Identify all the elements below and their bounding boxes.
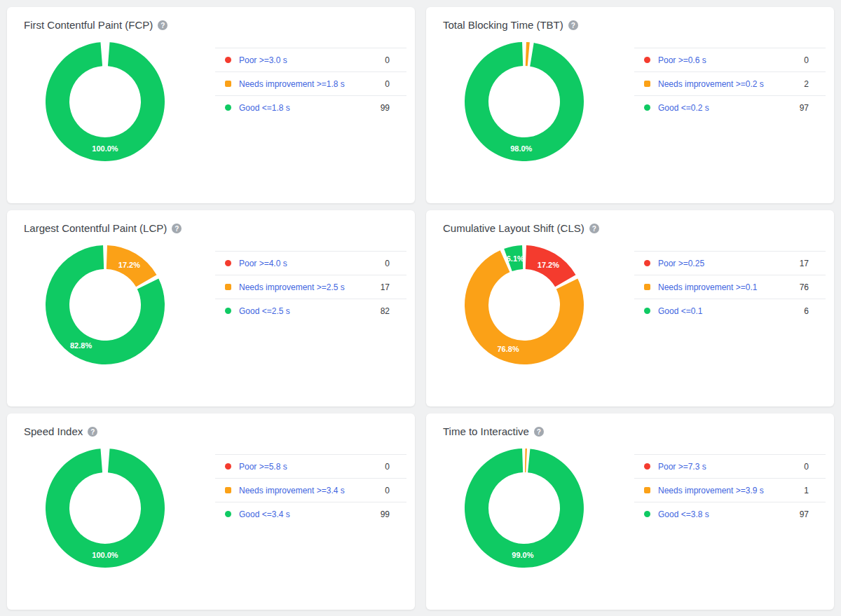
donut-svg: 17.2%76.8%6.1% xyxy=(454,235,594,375)
legend-marker-icon xyxy=(225,463,231,470)
donut-slice-good[interactable] xyxy=(465,449,584,568)
metric-card: Time to Interactive ? 99.0% Poor >=7.3 s… xyxy=(426,413,834,610)
legend-row-good[interactable]: Good <=3.4 s 99 xyxy=(215,502,406,526)
help-icon[interactable]: ? xyxy=(88,427,97,437)
donut-slice-good[interactable] xyxy=(465,42,584,161)
legend-marker-icon xyxy=(225,104,231,111)
legend-label: Good <=3.8 s xyxy=(658,509,800,519)
card-header: First Contentful Paint (FCP) ? xyxy=(24,19,167,32)
legend-marker-icon xyxy=(225,487,231,493)
donut-percent-label: 6.1% xyxy=(507,254,524,263)
card-header: Total Blocking Time (TBT) ? xyxy=(443,19,578,32)
donut-chart: 99.0% xyxy=(454,438,594,578)
card-header: Speed Index ? xyxy=(24,425,97,438)
legend-row-needs_improvement[interactable]: Needs improvement >=0.1 76 xyxy=(634,275,826,299)
donut-svg: 99.0% xyxy=(454,438,594,578)
legend: Poor >=0.25 17 Needs improvement >=0.1 7… xyxy=(634,251,826,322)
legend-marker-icon xyxy=(225,81,231,87)
legend-marker-icon xyxy=(644,308,650,314)
help-icon[interactable]: ? xyxy=(172,224,182,233)
legend-marker-icon xyxy=(644,260,650,266)
help-icon[interactable]: ? xyxy=(534,427,544,437)
donut-percent-label: 17.2% xyxy=(538,261,559,269)
help-icon[interactable]: ? xyxy=(158,20,167,30)
legend-row-good[interactable]: Good <=0.1 6 xyxy=(634,299,826,322)
legend-row-good[interactable]: Good <=3.8 s 97 xyxy=(634,502,826,526)
legend-value: 0 xyxy=(804,55,809,65)
legend-row-poor[interactable]: Poor >=7.3 s 0 xyxy=(634,454,826,478)
legend-label: Needs improvement >=0.2 s xyxy=(658,79,804,89)
legend: Poor >=4.0 s 0 Needs improvement >=2.5 s… xyxy=(215,251,406,322)
donut-slice-good[interactable] xyxy=(46,449,165,568)
legend-row-needs_improvement[interactable]: Needs improvement >=3.4 s 0 xyxy=(215,478,406,502)
legend-marker-icon xyxy=(644,57,650,63)
legend-value: 0 xyxy=(385,259,390,268)
metric-card: Speed Index ? 100.0% Poor >=5.8 s 0 Need… xyxy=(7,413,415,610)
legend-label: Needs improvement >=3.4 s xyxy=(239,486,385,495)
donut-slice-needs_improvement[interactable] xyxy=(525,449,527,472)
legend-label: Good <=0.2 s xyxy=(658,103,800,113)
legend: Poor >=3.0 s 0 Needs improvement >=1.8 s… xyxy=(215,48,406,119)
legend-row-poor[interactable]: Poor >=0.25 17 xyxy=(634,251,826,275)
donut-percent-label: 99.0% xyxy=(512,551,533,559)
legend-row-poor[interactable]: Poor >=3.0 s 0 xyxy=(215,48,406,71)
legend-marker-icon xyxy=(225,57,231,63)
legend-row-needs_improvement[interactable]: Needs improvement >=3.9 s 1 xyxy=(634,478,826,502)
donut-slice-needs_improvement[interactable] xyxy=(526,42,530,66)
legend-row-poor[interactable]: Poor >=4.0 s 0 xyxy=(215,251,406,275)
metric-card: Largest Contentful Paint (LCP) ? 17.2%82… xyxy=(7,210,415,406)
legend-marker-icon xyxy=(644,284,650,290)
metric-card: Cumulative Layout Shift (CLS) ? 17.2%76.… xyxy=(426,210,834,406)
card-title: Speed Index xyxy=(24,425,83,438)
card-title: Total Blocking Time (TBT) xyxy=(443,19,563,32)
donut-svg: 100.0% xyxy=(35,32,175,172)
legend-marker-icon xyxy=(225,308,231,314)
legend-value: 1 xyxy=(804,486,809,495)
donut-chart: 17.2%76.8%6.1% xyxy=(454,235,594,375)
card-title: First Contentful Paint (FCP) xyxy=(24,19,153,32)
legend-value: 0 xyxy=(385,462,390,472)
legend-row-needs_improvement[interactable]: Needs improvement >=0.2 s 2 xyxy=(634,71,826,95)
legend-label: Poor >=4.0 s xyxy=(239,259,385,268)
legend-value: 97 xyxy=(800,103,809,113)
legend-row-poor[interactable]: Poor >=0.6 s 0 xyxy=(634,48,826,71)
legend-value: 99 xyxy=(381,509,390,519)
legend-row-poor[interactable]: Poor >=5.8 s 0 xyxy=(215,454,406,478)
legend-label: Needs improvement >=0.1 xyxy=(658,282,800,292)
legend-row-good[interactable]: Good <=2.5 s 82 xyxy=(215,299,406,322)
donut-percent-label: 98.0% xyxy=(510,144,532,153)
legend-value: 0 xyxy=(385,79,390,89)
legend-label: Poor >=7.3 s xyxy=(658,462,804,472)
legend-value: 76 xyxy=(800,282,809,292)
donut-percent-label: 76.8% xyxy=(497,345,519,353)
legend-label: Needs improvement >=1.8 s xyxy=(239,79,385,89)
donut-slice-good[interactable] xyxy=(46,42,165,161)
legend-row-good[interactable]: Good <=0.2 s 97 xyxy=(634,95,826,119)
legend-row-needs_improvement[interactable]: Needs improvement >=2.5 s 17 xyxy=(215,275,406,299)
legend-marker-icon xyxy=(225,284,231,290)
donut-chart: 98.0% xyxy=(454,32,594,172)
donut-svg: 17.2%82.8% xyxy=(35,235,175,375)
legend: Poor >=7.3 s 0 Needs improvement >=3.9 s… xyxy=(634,454,826,526)
legend-value: 17 xyxy=(800,259,809,268)
legend-row-needs_improvement[interactable]: Needs improvement >=1.8 s 0 xyxy=(215,71,406,95)
card-title: Time to Interactive xyxy=(443,425,529,438)
legend-marker-icon xyxy=(225,260,231,266)
legend-label: Good <=3.4 s xyxy=(239,509,381,519)
donut-percent-label: 100.0% xyxy=(92,144,118,153)
donut-percent-label: 100.0% xyxy=(92,551,118,559)
metric-card: Total Blocking Time (TBT) ? 98.0% Poor >… xyxy=(426,7,834,203)
help-icon[interactable]: ? xyxy=(589,224,599,233)
legend-value: 99 xyxy=(381,103,390,113)
metrics-dashboard-grid: First Contentful Paint (FCP) ? 100.0% Po… xyxy=(0,0,841,616)
card-header: Cumulative Layout Shift (CLS) ? xyxy=(443,222,599,235)
card-title: Largest Contentful Paint (LCP) xyxy=(24,222,167,235)
legend-value: 0 xyxy=(804,462,809,472)
card-header: Time to Interactive ? xyxy=(443,425,544,438)
help-icon[interactable]: ? xyxy=(568,20,578,30)
card-title: Cumulative Layout Shift (CLS) xyxy=(443,222,584,235)
legend-value: 82 xyxy=(381,306,390,316)
donut-percent-label: 17.2% xyxy=(118,261,140,269)
legend-label: Good <=1.8 s xyxy=(239,103,381,113)
legend-row-good[interactable]: Good <=1.8 s 99 xyxy=(215,95,406,119)
